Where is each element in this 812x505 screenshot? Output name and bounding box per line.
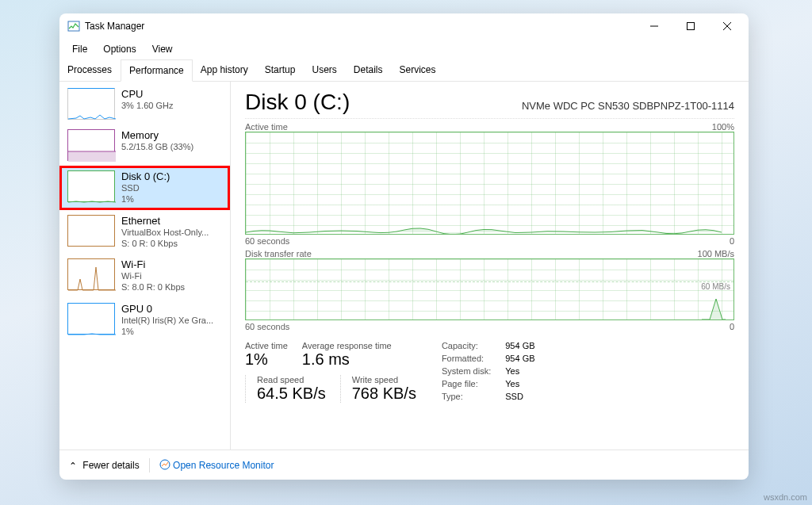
- svg-rect-2: [688, 23, 695, 30]
- sidebar-ethernet-title: Ethernet: [121, 215, 224, 227]
- page-title: Disk 0 (C:): [245, 90, 350, 115]
- info-type-label: Type:: [442, 392, 491, 403]
- resource-monitor-label: Open Resource Monitor: [173, 460, 274, 471]
- chart1-x-left: 60 seconds: [245, 236, 289, 246]
- sidebar-gpu-title: GPU 0: [121, 303, 224, 315]
- gpu-thumbnail-icon: [67, 303, 115, 335]
- stat-read-speed-label: Read speed: [257, 375, 326, 384]
- sidebar-item-cpu[interactable]: CPU 3% 1.60 GHz: [59, 83, 230, 124]
- maximize-icon: [687, 22, 695, 30]
- chart2-label-right: 100 MB/s: [698, 249, 734, 258]
- info-pagefile-label: Page file:: [442, 379, 491, 390]
- tab-users[interactable]: Users: [304, 59, 345, 81]
- fewer-details-label: Fewer details: [82, 460, 139, 471]
- maximize-button[interactable]: [672, 13, 709, 39]
- sidebar-ethernet-sub1: VirtualBox Host-Only...: [121, 227, 224, 238]
- tab-startup[interactable]: Startup: [257, 59, 304, 81]
- task-manager-icon: [67, 20, 80, 33]
- stats-row: Active time 1% Average response time 1.6…: [245, 341, 734, 403]
- stat-avg-response-label: Average response time: [302, 341, 392, 350]
- stat-write-speed-value: 768 KB/s: [352, 384, 416, 403]
- tab-processes[interactable]: Processes: [59, 59, 121, 81]
- transfer-rate-chart[interactable]: 60 MB/s: [245, 258, 734, 320]
- stat-active-time-value: 1%: [245, 350, 288, 369]
- menu-view[interactable]: View: [144, 40, 181, 58]
- tab-bar: Processes Performance App history Startu…: [59, 59, 749, 82]
- tab-details[interactable]: Details: [346, 59, 392, 81]
- sidebar-wifi-sub1: Wi-Fi: [121, 270, 224, 281]
- close-icon: [723, 22, 731, 30]
- sidebar-disk-sub1: SSD: [121, 182, 224, 193]
- ethernet-thumbnail-icon: [67, 215, 115, 247]
- chart2-label-left: Disk transfer rate: [245, 249, 312, 258]
- info-formatted-value: 954 GB: [505, 354, 534, 365]
- info-formatted-label: Formatted:: [442, 354, 491, 365]
- resource-monitor-icon: [159, 459, 170, 470]
- active-time-chart-block: Active time 100% 60 seconds 0: [245, 122, 734, 246]
- info-system-value: Yes: [505, 366, 534, 377]
- sidebar-item-ethernet[interactable]: Ethernet VirtualBox Host-Only... S: 0 R:…: [59, 210, 230, 254]
- info-type-value: SSD: [505, 392, 534, 403]
- active-time-chart[interactable]: [245, 132, 734, 235]
- sidebar-memory-sub: 5.2/15.8 GB (33%): [121, 141, 224, 152]
- sidebar-item-gpu[interactable]: GPU 0 Intel(R) Iris(R) Xe Gra... 1%: [59, 298, 230, 342]
- sidebar-gpu-sub1: Intel(R) Iris(R) Xe Gra...: [121, 315, 224, 326]
- performance-sidebar[interactable]: CPU 3% 1.60 GHz Memory 5.2/15.8 GB (33%): [59, 82, 231, 450]
- transfer-rate-chart-block: Disk transfer rate 100 MB/s 60 MB/s 60 s…: [245, 249, 734, 331]
- info-pagefile-value: Yes: [505, 379, 534, 390]
- info-capacity-label: Capacity:: [442, 341, 491, 352]
- sidebar-item-wifi[interactable]: Wi-Fi Wi-Fi S: 8.0 R: 0 Kbps: [59, 254, 230, 298]
- footer-separator: [149, 458, 150, 472]
- footer-bar: ⌄ Fewer details Open Resource Monitor: [59, 450, 749, 480]
- window-title: Task Manager: [85, 21, 144, 32]
- disk-info-grid: Capacity: 954 GB Formatted: 954 GB Syste…: [442, 341, 535, 403]
- sidebar-disk-sub2: 1%: [121, 193, 224, 205]
- sidebar-disk-title: Disk 0 (C:): [121, 170, 224, 182]
- svg-rect-5: [68, 151, 116, 162]
- menu-bar: File Options View: [59, 39, 749, 59]
- sidebar-wifi-title: Wi-Fi: [121, 258, 224, 270]
- sidebar-item-memory[interactable]: Memory 5.2/15.8 GB (33%): [59, 124, 230, 166]
- sidebar-item-disk[interactable]: Disk 0 (C:) SSD 1%: [59, 166, 230, 210]
- active-time-line-icon: [246, 224, 722, 234]
- chart2-x-left: 60 seconds: [245, 322, 289, 331]
- info-system-label: System disk:: [442, 366, 491, 377]
- watermark: wsxdn.com: [764, 492, 807, 502]
- memory-thumbnail-icon: [67, 129, 115, 161]
- main-panel: Disk 0 (C:) NVMe WDC PC SN530 SDBPNPZ-1T…: [231, 82, 749, 450]
- sidebar-gpu-sub2: 1%: [121, 326, 224, 337]
- chart2-60-line: 60 MB/s: [246, 281, 733, 291]
- minimize-icon: [650, 22, 658, 30]
- chevron-up-icon: ⌄: [69, 460, 77, 471]
- menu-file[interactable]: File: [64, 40, 95, 58]
- task-manager-window: Task Manager File Options View Processes…: [59, 13, 749, 480]
- tab-performance[interactable]: Performance: [121, 59, 193, 82]
- main-header: Disk 0 (C:) NVMe WDC PC SN530 SDBPNPZ-1T…: [245, 90, 734, 119]
- sidebar-wifi-sub2: S: 8.0 R: 0 Kbps: [121, 281, 224, 293]
- stat-write-speed-label: Write speed: [352, 375, 416, 384]
- transfer-spike-icon: [702, 297, 726, 319]
- chart1-label-left: Active time: [245, 122, 288, 132]
- disk-thumbnail-icon: [67, 170, 115, 202]
- sidebar-ethernet-sub2: S: 0 R: 0 Kbps: [121, 238, 224, 249]
- info-capacity-value: 954 GB: [505, 341, 534, 352]
- sidebar-cpu-title: CPU: [121, 88, 224, 100]
- wifi-thumbnail-icon: [67, 258, 115, 290]
- menu-options[interactable]: Options: [95, 40, 144, 58]
- close-button[interactable]: [709, 13, 745, 39]
- cpu-thumbnail-icon: [67, 88, 115, 120]
- stat-read-speed-value: 64.5 KB/s: [257, 384, 326, 403]
- disk-model: NVMe WDC PC SN530 SDBPNPZ-1T00-1114: [522, 100, 734, 112]
- stat-active-time-label: Active time: [245, 341, 288, 350]
- tab-services[interactable]: Services: [392, 59, 445, 81]
- chart2-x-right: 0: [730, 322, 734, 331]
- fewer-details-button[interactable]: ⌄ Fewer details: [69, 460, 140, 471]
- stat-avg-response-value: 1.6 ms: [302, 350, 392, 369]
- tab-app-history[interactable]: App history: [193, 59, 257, 81]
- open-resource-monitor-link[interactable]: Open Resource Monitor: [159, 459, 274, 471]
- title-bar[interactable]: Task Manager: [59, 13, 749, 39]
- chart1-label-right: 100%: [712, 122, 734, 132]
- chart1-x-right: 0: [730, 236, 734, 246]
- minimize-button[interactable]: [636, 13, 672, 39]
- sidebar-cpu-sub: 3% 1.60 GHz: [121, 100, 224, 111]
